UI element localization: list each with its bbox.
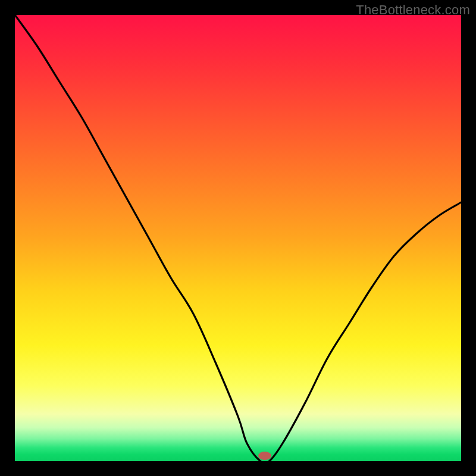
watermark-text: TheBottleneck.com — [356, 2, 470, 18]
plot-area — [15, 15, 461, 461]
optimum-marker — [258, 452, 271, 460]
curve-path — [15, 15, 461, 461]
chart-frame: TheBottleneck.com — [0, 0, 476, 476]
bottleneck-curve — [15, 15, 461, 461]
